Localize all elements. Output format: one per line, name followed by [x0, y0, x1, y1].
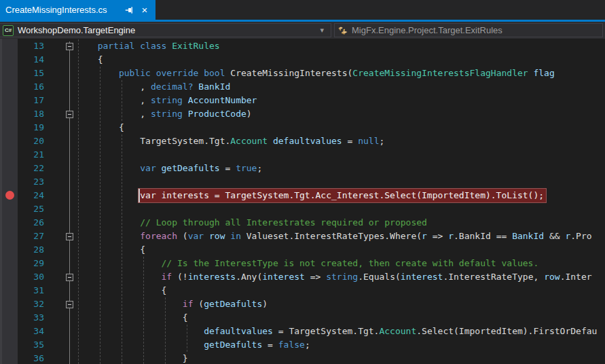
- code-line-25[interactable]: 25: [0, 202, 605, 216]
- line-number: 28: [0, 243, 44, 257]
- code-text: partial class ExitRules: [55, 39, 220, 53]
- pin-icon[interactable]: [124, 5, 134, 15]
- line-number: 16: [0, 80, 44, 94]
- code-line-34[interactable]: 34 defaultvalues = TargetSystem.Tgt.Acco…: [0, 325, 605, 338]
- navigation-bar: C# WorkshopDemo.TargetEngine ▾ MigFx.Eng…: [0, 22, 605, 39]
- line-number: 18: [0, 107, 44, 121]
- code-text: var getDeafults = true;: [55, 162, 262, 175]
- code-text: public override bool CreateMissingIntere…: [55, 67, 555, 80]
- type-dropdown[interactable]: MigFx.Engine.Project.Target.ExitRules: [334, 23, 603, 37]
- code-line-23[interactable]: 23: [0, 175, 605, 189]
- code-text: // Is the InterestType is not created, t…: [55, 257, 538, 270]
- code-text: {: [55, 284, 166, 297]
- type-dropdown-label: MigFx.Engine.Project.Target.ExitRules: [352, 25, 502, 35]
- code-line-17[interactable]: 17 , string AccountNumber: [0, 94, 605, 107]
- line-number: 29: [0, 257, 44, 270]
- line-number: 13: [0, 39, 44, 53]
- code-text: foreach (var row in Valueset.InterestRat…: [55, 230, 592, 243]
- close-icon[interactable]: ×: [139, 5, 150, 15]
- code-line-13[interactable]: 13 partial class ExitRules: [0, 39, 605, 53]
- code-text: // Loop through all Interestrates requir…: [55, 216, 427, 230]
- code-text: if (getDeafults): [55, 297, 268, 311]
- fold-collapse-button[interactable]: [66, 43, 73, 50]
- code-text: {: [55, 243, 145, 257]
- line-number: 26: [0, 216, 44, 230]
- class-icon: [337, 25, 348, 36]
- line-number: 33: [0, 311, 44, 325]
- code-line-20[interactable]: 20 TargetSystem.Tgt.Account defaultvalue…: [0, 134, 605, 148]
- code-text: , decimal? BankId: [55, 80, 230, 94]
- line-number: 30: [0, 270, 44, 284]
- code-text: var interests = TargetSystem.Tgt.Acc_Int…: [55, 189, 546, 202]
- tab-title: CreateMissingInterests.cs: [5, 5, 122, 15]
- code-text: getDeafults = false;: [55, 338, 310, 352]
- code-line-26[interactable]: 26 // Loop through all Interestrates req…: [0, 216, 605, 230]
- line-number: 25: [0, 202, 44, 216]
- line-number: 14: [0, 53, 44, 67]
- code-text: TargetSystem.Tgt.Account defaultvalues =…: [55, 134, 384, 148]
- tab-createmissinginterests[interactable]: CreateMissingInterests.cs ×: [0, 0, 155, 20]
- code-text: {: [55, 53, 103, 67]
- code-line-27[interactable]: 27 foreach (var row in Valueset.Interest…: [0, 230, 605, 243]
- code-text: , string ProductCode): [55, 107, 252, 121]
- fold-collapse-button[interactable]: [66, 111, 73, 118]
- tab-bar: CreateMissingInterests.cs ×: [0, 0, 605, 20]
- code-line-35[interactable]: 35 getDeafults = false;: [0, 338, 605, 352]
- code-line-16[interactable]: 16 , decimal? BankId: [0, 80, 605, 94]
- line-number: 31: [0, 284, 44, 297]
- code-line-30[interactable]: 30 if (!interests.Any(interest => string…: [0, 270, 605, 284]
- code-line-14[interactable]: 14 {: [0, 53, 605, 67]
- line-number: 23: [0, 175, 44, 189]
- code-line-22[interactable]: 22 var getDeafults = true;: [0, 162, 605, 175]
- line-number: 17: [0, 94, 44, 107]
- fold-collapse-button[interactable]: [66, 274, 73, 281]
- fold-collapse-button[interactable]: [66, 301, 73, 308]
- code-text: if (!interests.Any(interest => string.Eq…: [55, 270, 592, 284]
- line-number: 32: [0, 297, 44, 311]
- code-line-28[interactable]: 28 {: [0, 243, 605, 257]
- line-number: 15: [0, 67, 44, 80]
- line-number: 20: [0, 134, 44, 148]
- vs-editor-window: CreateMissingInterests.cs × C# WorkshopD…: [0, 0, 605, 364]
- code-text: {: [55, 121, 124, 134]
- code-text: , string AccountNumber: [55, 94, 257, 107]
- line-number: 21: [0, 148, 44, 162]
- code-line-33[interactable]: 33 {: [0, 311, 605, 325]
- project-dropdown-label: WorkshopDemo.TargetEngine: [18, 25, 135, 35]
- code-editor[interactable]: 13 partial class ExitRules14 {15 public …: [0, 39, 605, 364]
- chevron-down-icon[interactable]: ▾: [320, 26, 324, 35]
- code-lines: 13 partial class ExitRules14 {15 public …: [0, 39, 605, 364]
- code-line-24[interactable]: 24 var interests = TargetSystem.Tgt.Acc_…: [0, 189, 605, 202]
- line-number: 27: [0, 230, 44, 243]
- code-line-15[interactable]: 15 public override bool CreateMissingInt…: [0, 67, 605, 80]
- code-line-32[interactable]: 32 if (getDeafults): [0, 297, 605, 311]
- code-line-19[interactable]: 19 {: [0, 121, 605, 134]
- code-line-36[interactable]: 36 }: [0, 352, 605, 364]
- code-line-18[interactable]: 18 , string ProductCode): [0, 107, 605, 121]
- code-line-29[interactable]: 29 // Is the InterestType is not created…: [0, 257, 605, 270]
- line-number: 19: [0, 121, 44, 134]
- csharp-project-icon: C#: [3, 25, 14, 36]
- line-number: 36: [0, 352, 44, 364]
- line-number: 34: [0, 325, 44, 338]
- code-line-21[interactable]: 21: [0, 148, 605, 162]
- fold-collapse-button[interactable]: [66, 233, 73, 240]
- line-number: 22: [0, 162, 44, 175]
- code-text: }: [55, 352, 188, 364]
- breakpoint-indicator[interactable]: [5, 191, 14, 200]
- code-text: {: [55, 311, 188, 325]
- breakpoint-line-highlight: var interests = TargetSystem.Tgt.Acc_Int…: [139, 189, 546, 202]
- code-line-31[interactable]: 31 {: [0, 284, 605, 297]
- project-dropdown[interactable]: C# WorkshopDemo.TargetEngine ▾: [0, 23, 331, 37]
- code-text: defaultvalues = TargetSystem.Tgt.Account…: [55, 325, 597, 338]
- line-number: 35: [0, 338, 44, 352]
